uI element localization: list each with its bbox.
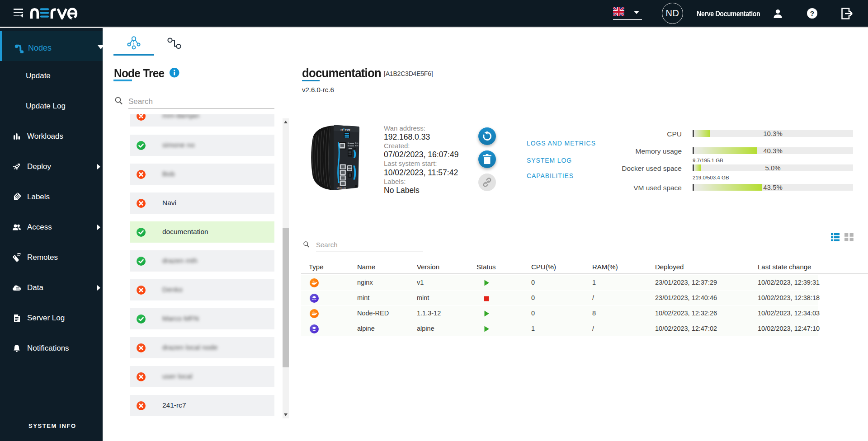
svg-text:n≡rve: n≡rve	[340, 127, 350, 131]
svg-text:?: ?	[810, 9, 814, 17]
svg-text:MFN 100: MFN 100	[337, 187, 346, 189]
